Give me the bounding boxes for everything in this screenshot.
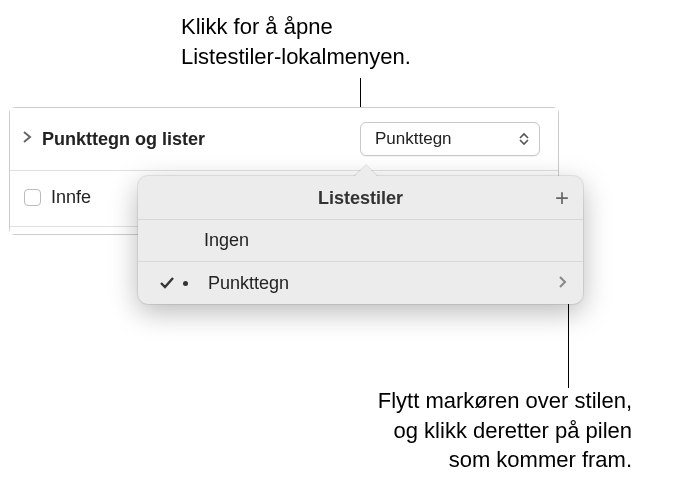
chevron-right-icon[interactable] bbox=[558, 273, 567, 294]
add-style-button[interactable]: + bbox=[555, 186, 569, 210]
callout-top: Klikk for å åpne Listestiler-lokalmenyen… bbox=[181, 12, 411, 71]
checkmark-icon bbox=[154, 276, 180, 290]
list-item-label: Punkttegn bbox=[204, 273, 558, 294]
popover-arrow bbox=[354, 164, 378, 176]
panel-header: Punkttegn og lister Punkttegn bbox=[10, 108, 558, 171]
truncated-label: Innfe bbox=[51, 187, 91, 208]
plus-icon: + bbox=[555, 184, 569, 211]
bullet-icon bbox=[180, 281, 204, 286]
list-style-item-bullets[interactable]: Punkttegn bbox=[138, 262, 583, 304]
callout-top-line2: Listestiler-lokalmenyen. bbox=[181, 42, 411, 72]
section-title: Punkttegn og lister bbox=[42, 129, 360, 150]
callout-bottom-line1: Flytt markøren over stilen, bbox=[252, 386, 632, 416]
callout-top-line1: Klikk for å åpne bbox=[181, 12, 411, 42]
callout-bottom: Flytt markøren over stilen, og klikk der… bbox=[252, 386, 632, 475]
callout-bottom-line2: og klikk deretter på pilen bbox=[252, 416, 632, 446]
disclosure-chevron-icon[interactable] bbox=[22, 130, 32, 148]
chevrons-icon bbox=[519, 132, 529, 146]
callout-leader-bottom bbox=[568, 303, 569, 388]
popover-list: Ingen Punkttegn bbox=[138, 220, 583, 304]
formatting-panel: Punkttegn og lister Punkttegn Innfe List… bbox=[9, 107, 559, 235]
style-button-label: Punkttegn bbox=[375, 129, 452, 149]
list-styles-popover: Listestiler + Ingen Punkttegn bbox=[138, 176, 583, 304]
popover-header: Listestiler + bbox=[138, 176, 583, 220]
callout-bottom-line3: som kommer fram. bbox=[252, 445, 632, 475]
list-item-label: Ingen bbox=[154, 230, 567, 251]
checkbox[interactable] bbox=[24, 189, 41, 206]
list-style-popup-button[interactable]: Punkttegn bbox=[360, 122, 540, 156]
popover-title: Listestiler bbox=[318, 188, 403, 208]
list-style-item-none[interactable]: Ingen bbox=[138, 220, 583, 262]
